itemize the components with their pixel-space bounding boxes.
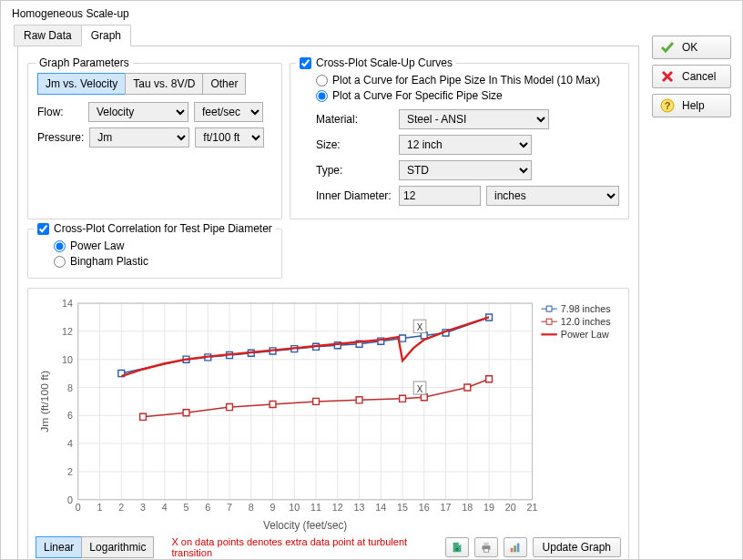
type-label: Type: (316, 164, 393, 177)
svg-text:8: 8 (67, 382, 73, 392)
pressure-unit-select[interactable]: ft/100 ft (195, 127, 264, 148)
svg-rect-74 (400, 335, 406, 341)
logarithmic-button[interactable]: Logarithmic (81, 536, 154, 558)
update-graph-button[interactable]: Update Graph (533, 537, 621, 557)
check-icon (660, 40, 675, 55)
svg-rect-104 (514, 545, 516, 552)
svg-rect-101 (483, 543, 488, 546)
svg-rect-81 (270, 401, 276, 407)
svg-rect-78 (140, 413, 147, 420)
material-select[interactable]: Steel - ANSI (399, 109, 549, 129)
svg-text:3: 3 (140, 502, 146, 513)
svg-text:Jm (ft/100 ft): Jm (ft/100 ft) (38, 371, 51, 433)
size-select[interactable]: 12 inch (399, 135, 532, 155)
export-icon (451, 541, 463, 554)
svg-text:5: 5 (184, 502, 189, 513)
svg-text:0: 0 (67, 494, 73, 505)
chart-settings-icon-button[interactable] (504, 537, 527, 557)
pressure-label: Pressure: (37, 131, 84, 144)
print-icon-button[interactable] (474, 537, 498, 557)
flow-unit-select[interactable]: feet/sec (194, 102, 263, 122)
svg-text:17: 17 (441, 502, 452, 513)
chart-settings-icon (509, 541, 522, 554)
svg-text:12: 12 (62, 326, 73, 337)
svg-text:9: 9 (270, 502, 276, 513)
type-select[interactable]: STD (399, 160, 532, 180)
svg-text:14: 14 (375, 502, 386, 513)
svg-text:21: 21 (527, 502, 538, 513)
inner-diameter-label: Inner Diameter: (316, 189, 393, 202)
svg-rect-103 (510, 548, 513, 552)
help-icon: ? (660, 98, 675, 113)
bingham-plastic-label: Bingham Plastic (70, 255, 148, 268)
window-title: Homogeneous Scale-up (1, 1, 742, 25)
graph-params-legend: Graph Parameters (36, 56, 133, 69)
mode-other[interactable]: Other (202, 73, 246, 95)
svg-text:2: 2 (67, 466, 73, 477)
svg-rect-96 (546, 319, 552, 324)
svg-text:10: 10 (62, 354, 73, 365)
svg-text:Velocity (feet/sec): Velocity (feet/sec) (263, 519, 347, 532)
scaleup-checkbox[interactable] (300, 57, 311, 69)
tab-raw-data[interactable]: Raw Data (14, 25, 82, 46)
svg-rect-80 (227, 404, 233, 411)
size-label: Size: (316, 138, 393, 151)
svg-rect-82 (313, 398, 320, 404)
mode-tau-vs-8vd[interactable]: Tau vs. 8V/D (125, 73, 203, 95)
svg-rect-105 (516, 544, 519, 553)
svg-rect-79 (183, 410, 189, 416)
crosscorr-checkbox[interactable] (37, 223, 49, 235)
bingham-plastic-radio[interactable] (54, 256, 66, 268)
svg-text:15: 15 (397, 502, 408, 513)
svg-text:12.0 inches: 12.0 inches (561, 316, 611, 327)
svg-text:20: 20 (505, 502, 516, 513)
svg-text:X: X (417, 384, 423, 394)
svg-text:4: 4 (67, 438, 73, 449)
chart: 0123456789101112131415161718192021024681… (36, 296, 621, 533)
svg-text:19: 19 (483, 502, 494, 513)
flow-select[interactable]: Velocity (88, 102, 188, 122)
tab-graph[interactable]: Graph (81, 25, 131, 46)
cancel-button[interactable]: Cancel (652, 65, 731, 88)
chart-footnote: X on data points denotes extra data poin… (171, 536, 439, 558)
svg-text:4: 4 (162, 502, 168, 513)
print-icon (480, 541, 493, 554)
plot-specific-size-radio[interactable] (316, 90, 328, 102)
pressure-select[interactable]: Jm (89, 127, 189, 148)
crosscorr-label: Cross-Plot Correlation for Test Pipe Dia… (54, 222, 272, 235)
help-button[interactable]: ? Help (652, 94, 731, 117)
inner-diameter-input[interactable] (399, 186, 481, 206)
svg-rect-86 (464, 384, 471, 391)
svg-rect-84 (400, 395, 406, 402)
scaleup-label: Cross-Plot Scale-Up Curves (316, 56, 453, 69)
svg-text:10: 10 (289, 502, 300, 513)
power-law-radio[interactable] (54, 240, 66, 252)
ok-button[interactable]: OK (652, 36, 731, 59)
svg-rect-83 (356, 397, 362, 403)
svg-rect-85 (421, 394, 427, 401)
inner-diameter-unit-select[interactable]: inches (486, 186, 619, 206)
svg-text:14: 14 (62, 298, 73, 309)
svg-text:11: 11 (310, 502, 321, 513)
svg-text:?: ? (665, 100, 671, 111)
svg-text:Power Law: Power Law (561, 329, 609, 340)
svg-text:6: 6 (67, 410, 73, 421)
svg-text:1: 1 (97, 502, 103, 513)
power-law-label: Power Law (70, 239, 124, 252)
material-label: Material: (316, 113, 393, 126)
export-icon-button[interactable] (445, 537, 469, 557)
plot-each-size-label: Plot a Curve for Each Pipe Size In This … (332, 74, 600, 87)
cancel-label: Cancel (682, 70, 716, 83)
plot-specific-size-label: Plot a Curve For Specific Pipe Size (332, 89, 503, 102)
svg-rect-60 (78, 303, 533, 500)
svg-rect-87 (486, 376, 493, 382)
svg-text:8: 8 (249, 502, 254, 513)
svg-text:18: 18 (462, 502, 473, 513)
plot-each-size-radio[interactable] (316, 75, 328, 87)
mode-jm-vs-velocity[interactable]: Jm vs. Velocity (37, 73, 126, 95)
svg-text:7: 7 (227, 502, 232, 513)
svg-text:12: 12 (332, 502, 343, 513)
svg-text:16: 16 (419, 502, 430, 513)
linear-button[interactable]: Linear (36, 536, 82, 558)
svg-text:6: 6 (205, 502, 210, 513)
